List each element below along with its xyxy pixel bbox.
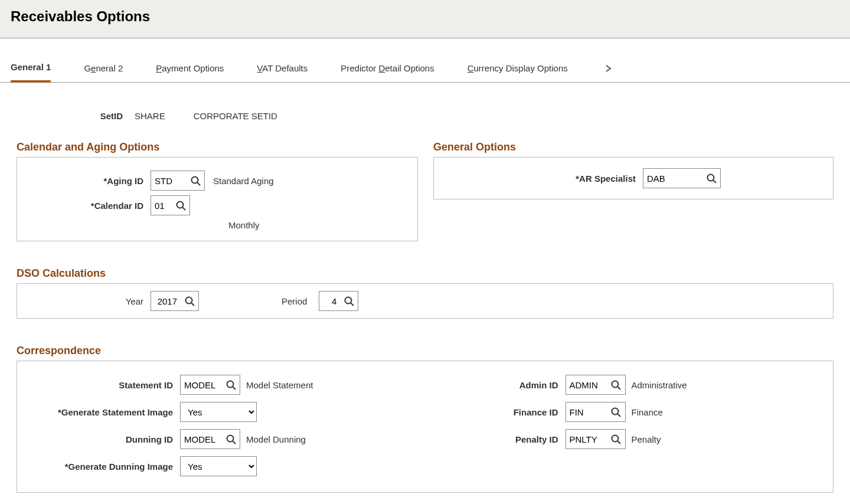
setid-row: SetID SHARE CORPORATE SETID bbox=[17, 111, 833, 121]
ar-specialist-label: *AR Specialist bbox=[443, 174, 643, 184]
admin-id-lookup-button[interactable] bbox=[607, 375, 625, 394]
tab-general-1[interactable]: General 1 bbox=[11, 55, 51, 83]
tab-label-u: C bbox=[468, 63, 474, 73]
ar-specialist-input[interactable] bbox=[643, 169, 702, 187]
statement-id-label: Statement ID bbox=[27, 380, 180, 390]
tab-predictor-detail-options[interactable]: Predictor Detail Options bbox=[341, 56, 434, 81]
dso-year-lookup bbox=[151, 291, 199, 311]
penalty-id-lookup bbox=[565, 429, 626, 449]
tab-general-2[interactable]: General 2 bbox=[84, 56, 123, 81]
calendar-id-lookup bbox=[151, 195, 190, 215]
search-icon bbox=[176, 201, 186, 211]
tab-label: General 1 bbox=[11, 62, 51, 72]
section-title-calendar-aging: Calendar and Aging Options bbox=[17, 141, 418, 153]
dunning-id-lookup bbox=[180, 429, 240, 449]
statement-id-lookup-button[interactable] bbox=[222, 375, 240, 394]
tab-label-post: urrency Display Options bbox=[474, 63, 568, 73]
tab-label-pre: G bbox=[84, 63, 91, 73]
dunning-id-lookup-button[interactable] bbox=[222, 430, 240, 449]
search-icon bbox=[707, 174, 717, 184]
content-area: SetID SHARE CORPORATE SETID Calendar and… bbox=[0, 83, 850, 504]
setid-label: SetID bbox=[17, 111, 135, 121]
setid-desc: CORPORATE SETID bbox=[194, 111, 277, 121]
gen-dunning-select[interactable]: Yes No bbox=[180, 456, 257, 476]
section-title-correspondence: Correspondence bbox=[17, 345, 833, 357]
section-correspondence: Statement ID Model Statement *Generate S… bbox=[17, 361, 833, 493]
finance-id-label: Finance ID bbox=[465, 407, 565, 417]
gen-statement-label: *Generate Statement Image bbox=[27, 407, 180, 417]
statement-id-lookup bbox=[180, 375, 240, 395]
setid-value: SHARE bbox=[135, 111, 165, 121]
ar-specialist-lookup bbox=[643, 168, 721, 188]
tab-vat-defaults[interactable]: VAT Defaults bbox=[257, 56, 308, 81]
section-title-general-options: General Options bbox=[433, 141, 833, 153]
tabs-more-button[interactable] bbox=[601, 59, 615, 78]
tab-label-post: AT Defaults bbox=[262, 63, 308, 73]
tab-label-pre: Predictor bbox=[341, 63, 378, 73]
section-calendar-aging: *Aging ID Standard Aging *Calendar ID bbox=[17, 157, 418, 241]
search-icon bbox=[611, 380, 621, 390]
dso-period-input[interactable] bbox=[319, 292, 340, 310]
search-icon bbox=[611, 434, 621, 444]
section-general-options: *AR Specialist bbox=[433, 157, 833, 199]
gen-statement-select[interactable]: Yes No bbox=[180, 402, 257, 422]
finance-id-lookup bbox=[565, 402, 626, 422]
tab-label-post: neral 2 bbox=[96, 63, 123, 73]
aging-id-input[interactable] bbox=[151, 172, 187, 189]
dunning-id-desc: Model Dunning bbox=[246, 434, 306, 444]
tab-label-u: V bbox=[257, 63, 262, 73]
tab-strip: General 1 General 2 Payment Options VAT … bbox=[0, 55, 850, 83]
statement-id-desc: Model Statement bbox=[246, 380, 313, 390]
admin-id-lookup bbox=[565, 375, 626, 395]
dso-year-lookup-button[interactable] bbox=[181, 292, 198, 310]
calendar-id-label: *Calendar ID bbox=[27, 201, 151, 211]
page-header: Receivables Options bbox=[0, 0, 850, 38]
aging-id-lookup-button[interactable] bbox=[187, 171, 204, 190]
tab-label-u: D bbox=[378, 63, 385, 73]
admin-id-label: Admin ID bbox=[465, 380, 565, 390]
aging-id-label: *Aging ID bbox=[27, 176, 151, 186]
calendar-id-input[interactable] bbox=[151, 197, 172, 214]
gen-dunning-label: *Generate Dunning Image bbox=[27, 462, 180, 472]
aging-id-desc: Standard Aging bbox=[213, 176, 274, 186]
search-icon bbox=[226, 380, 236, 390]
calendar-id-desc: Monthly bbox=[228, 220, 408, 230]
search-icon bbox=[344, 296, 354, 306]
calendar-id-lookup-button[interactable] bbox=[172, 196, 189, 215]
tab-label-post: ayment Options bbox=[162, 63, 224, 73]
dso-period-label: Period bbox=[282, 296, 319, 306]
section-dso: Year Period bbox=[17, 283, 833, 319]
dunning-id-input[interactable] bbox=[181, 430, 222, 448]
chevron-right-icon bbox=[603, 64, 613, 73]
statement-id-input[interactable] bbox=[181, 376, 222, 394]
search-icon bbox=[191, 176, 201, 186]
finance-id-lookup-button[interactable] bbox=[607, 402, 625, 421]
aging-id-lookup bbox=[151, 171, 205, 191]
search-icon bbox=[611, 407, 621, 417]
admin-id-desc: Administrative bbox=[632, 380, 687, 390]
penalty-id-input[interactable] bbox=[566, 430, 607, 448]
finance-id-input[interactable] bbox=[566, 403, 607, 421]
penalty-id-desc: Penalty bbox=[632, 434, 661, 444]
tab-payment-options[interactable]: Payment Options bbox=[156, 56, 224, 81]
penalty-id-lookup-button[interactable] bbox=[607, 430, 625, 449]
tab-label-u: P bbox=[156, 63, 162, 73]
tab-label-post: etail Options bbox=[385, 63, 434, 73]
dso-year-input[interactable] bbox=[151, 292, 181, 310]
admin-id-input[interactable] bbox=[566, 376, 607, 394]
penalty-id-label: Penalty ID bbox=[465, 434, 565, 444]
dso-year-label: Year bbox=[27, 296, 151, 306]
dso-period-lookup-button[interactable] bbox=[340, 292, 358, 310]
search-icon bbox=[226, 434, 236, 444]
finance-id-desc: Finance bbox=[632, 407, 663, 417]
dunning-id-label: Dunning ID bbox=[27, 434, 180, 444]
section-title-dso: DSO Calculations bbox=[17, 267, 833, 280]
tab-currency-display-options[interactable]: Currency Display Options bbox=[468, 56, 568, 81]
search-icon bbox=[185, 296, 195, 306]
page-title: Receivables Options bbox=[11, 8, 150, 24]
dso-period-lookup bbox=[319, 291, 358, 311]
ar-specialist-lookup-button[interactable] bbox=[702, 169, 720, 188]
